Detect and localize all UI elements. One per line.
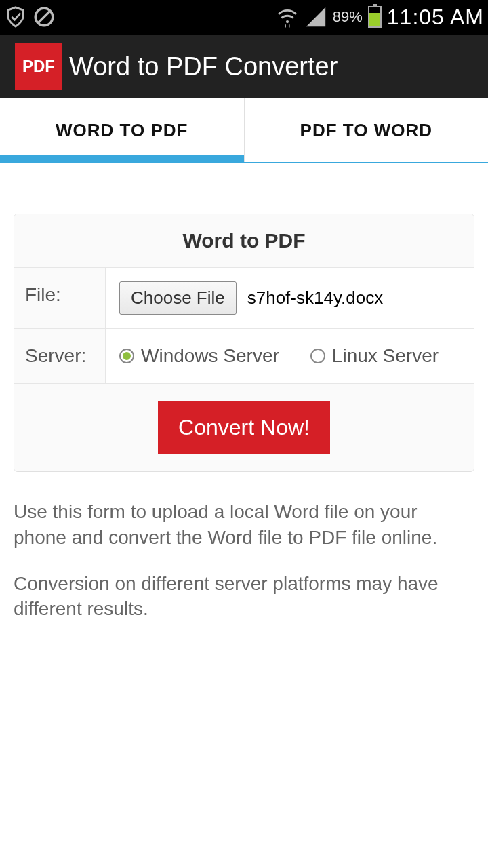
tab-label: WORD TO PDF — [56, 120, 188, 141]
server-row: Server: Windows Server Linux Server — [14, 329, 474, 384]
content-area: Word to PDF File: Choose File s7hof-sk14… — [0, 163, 488, 635]
server-label: Server: — [14, 329, 106, 383]
battery-icon — [368, 6, 382, 28]
convert-button[interactable]: Convert Now! — [158, 401, 330, 454]
svg-line-1 — [39, 12, 50, 23]
blocked-icon — [33, 5, 56, 28]
app-title: Word to PDF Converter — [69, 52, 338, 81]
wifi-icon — [276, 5, 299, 28]
file-label: File: — [14, 268, 106, 328]
description-text: Use this form to upload a local Word fil… — [14, 499, 474, 551]
choose-file-button[interactable]: Choose File — [119, 281, 237, 315]
status-bar: 89% 11:05 AM — [0, 0, 488, 34]
shield-icon — [4, 5, 27, 28]
signal-icon — [304, 5, 327, 28]
app-icon: PDF — [15, 43, 62, 90]
form-title: Word to PDF — [14, 214, 474, 268]
svg-point-2 — [286, 20, 289, 23]
tab-word-to-pdf[interactable]: WORD TO PDF — [0, 98, 244, 162]
tab-pdf-to-word[interactable]: PDF TO WORD — [244, 98, 489, 162]
selected-filename: s7hof-sk14y.docx — [247, 288, 383, 309]
description-text: Conversion on different server platforms… — [14, 571, 474, 623]
server-option-linux[interactable]: Linux Server — [310, 345, 439, 367]
radio-icon — [310, 349, 325, 363]
tab-label: PDF TO WORD — [300, 120, 432, 141]
submit-row: Convert Now! — [14, 384, 474, 471]
server-option-windows[interactable]: Windows Server — [119, 345, 279, 367]
radio-label: Linux Server — [332, 345, 439, 367]
file-row: File: Choose File s7hof-sk14y.docx — [14, 268, 474, 329]
app-bar: PDF Word to PDF Converter — [0, 34, 488, 98]
battery-percentage: 89% — [333, 8, 363, 26]
conversion-form: Word to PDF File: Choose File s7hof-sk14… — [14, 214, 474, 472]
radio-label: Windows Server — [141, 345, 279, 367]
clock: 11:05 AM — [387, 5, 484, 30]
radio-icon — [119, 349, 134, 363]
tab-bar: WORD TO PDF PDF TO WORD — [0, 98, 488, 163]
